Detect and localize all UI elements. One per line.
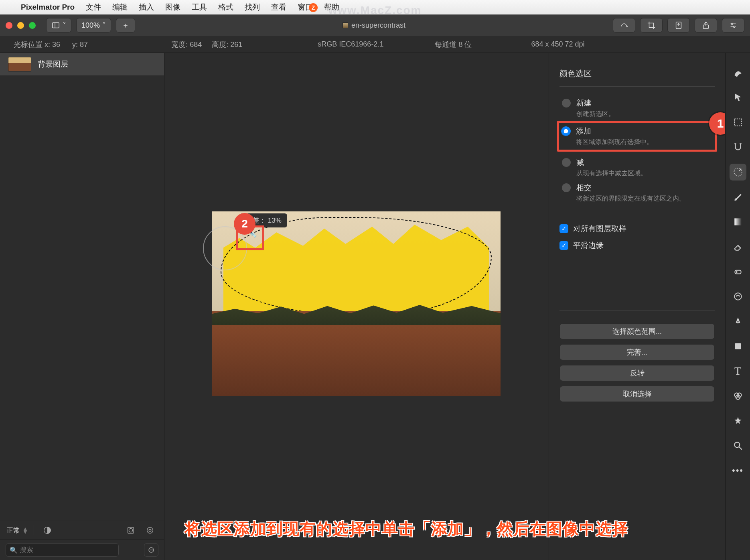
effects-tool-icon[interactable] bbox=[730, 412, 746, 429]
radio-icon-selected bbox=[561, 127, 570, 136]
sample-all-label: 对所有图层取样 bbox=[573, 223, 626, 234]
mode-int-desc: 将新选区的界限限定在现有选区之内。 bbox=[576, 195, 685, 203]
color-adjust-tool-icon[interactable] bbox=[730, 388, 746, 404]
sample-all-layers-checkbox[interactable]: ✓ 对所有图层取样 bbox=[559, 220, 715, 237]
tool-strip: T ••• bbox=[725, 53, 750, 560]
mode-add-desc: 将区域添加到现有选择中。 bbox=[576, 138, 653, 146]
select-color-range-button[interactable]: 选择颜色范围... bbox=[559, 323, 715, 339]
share-button[interactable] bbox=[695, 18, 717, 32]
zoom-dropdown[interactable]: 100% ˅ bbox=[76, 18, 111, 32]
macos-menubar: Pixelmator Pro 文件 编辑 插入 图像 工具 格式 找列 查看 窗… bbox=[0, 0, 750, 14]
menu-view[interactable]: 查看 bbox=[271, 2, 286, 12]
layers-panel: 背景图层 正常 ▲▼ 🔍 bbox=[0, 53, 164, 560]
deselect-button[interactable]: 取消选择 bbox=[559, 386, 715, 402]
dpi-value: 684 x 450 72 dpi bbox=[517, 40, 598, 49]
radio-icon bbox=[562, 158, 571, 167]
mode-sub-title: 减 bbox=[576, 157, 647, 168]
mode-new-title: 新建 bbox=[576, 98, 615, 108]
svg-rect-18 bbox=[734, 119, 741, 126]
mode-add-title: 添加 bbox=[576, 126, 653, 136]
warp-tool-icon[interactable] bbox=[730, 288, 746, 305]
document-icon bbox=[343, 22, 348, 28]
blend-mode-value: 正常 bbox=[6, 526, 20, 535]
menu-tools[interactable]: 工具 bbox=[192, 2, 207, 12]
mode-int-title: 相交 bbox=[576, 183, 685, 193]
crop-button[interactable] bbox=[640, 18, 663, 32]
chevron-down-icon: ˅ bbox=[63, 21, 66, 30]
repair-tool-icon[interactable] bbox=[730, 263, 746, 280]
layers-footer: 正常 ▲▼ bbox=[0, 521, 164, 540]
layers-search-row: 🔍 bbox=[0, 540, 164, 560]
menu-find[interactable]: 找列 bbox=[245, 2, 260, 12]
tool-options-panel: 颜色选区 新建 创建新选区。 添加 将区域添加到现有选择中。 减 从现有选择中减… bbox=[549, 53, 725, 560]
stepper-icon: ▲▼ bbox=[22, 527, 28, 534]
more-tools-icon[interactable]: ••• bbox=[730, 462, 746, 479]
menu-image[interactable]: 图像 bbox=[165, 2, 180, 12]
settings-button[interactable] bbox=[722, 18, 744, 32]
arrow-tool-icon[interactable] bbox=[730, 89, 746, 106]
smooth-edges-checkbox[interactable]: ✓ 平滑边缘 bbox=[559, 237, 715, 254]
height-value: 261 bbox=[230, 41, 242, 49]
svg-point-27 bbox=[737, 321, 738, 322]
paintbrush-tool-icon[interactable] bbox=[730, 189, 746, 205]
mask-icon[interactable] bbox=[123, 524, 138, 536]
fx-icon[interactable] bbox=[142, 524, 158, 536]
type-tool-icon[interactable]: T bbox=[730, 363, 746, 379]
cursor-y-label: y: bbox=[72, 41, 78, 49]
refine-button[interactable]: 完善... bbox=[559, 344, 715, 360]
minimize-window-button[interactable] bbox=[17, 22, 24, 29]
info-bar: 光标位置 x: 36 y: 87 宽度: 684 高度: 261 sRGB IE… bbox=[0, 36, 750, 53]
sidebar-layout-button[interactable]: ˅ bbox=[46, 18, 71, 32]
canvas-area[interactable]: 💉 公差： 13% 2 将选区添加到现有的选择中单击「添加」，然后在图像中选择 bbox=[164, 53, 549, 560]
tutorial-caption: 将选区添加到现有的选择中单击「添加」，然后在图像中选择 bbox=[184, 518, 749, 540]
app-name[interactable]: Pixelmator Pro bbox=[21, 3, 75, 12]
mode-sub-desc: 从现有选择中减去区域。 bbox=[576, 169, 647, 178]
blend-mode-dropdown[interactable]: 正常 ▲▼ bbox=[6, 526, 28, 535]
mode-new[interactable]: 新建 创建新选区。 bbox=[559, 94, 715, 119]
svg-point-10 bbox=[734, 26, 735, 28]
opacity-icon[interactable] bbox=[40, 524, 55, 536]
cursor-y-value: 87 bbox=[80, 41, 88, 49]
export-button[interactable] bbox=[667, 18, 690, 32]
radio-icon bbox=[562, 183, 571, 192]
maximize-window-button[interactable] bbox=[29, 22, 36, 29]
checkbox-icon-checked: ✓ bbox=[559, 241, 568, 250]
divider bbox=[559, 212, 715, 212]
layers-search-input[interactable] bbox=[6, 543, 119, 557]
svg-rect-2 bbox=[53, 23, 59, 28]
gradient-tool-icon[interactable] bbox=[730, 213, 746, 230]
layer-name: 背景图层 bbox=[38, 59, 68, 69]
divider bbox=[34, 525, 34, 536]
cursor-x-value: 36 bbox=[52, 41, 60, 49]
shape-tool-icon[interactable] bbox=[730, 338, 746, 355]
mode-add[interactable]: 添加 将区域添加到现有选择中。 bbox=[557, 121, 717, 152]
image-cliff-region bbox=[212, 311, 501, 396]
color-adjust-button[interactable] bbox=[613, 18, 635, 32]
channel-value: 每通道 8 位 bbox=[421, 40, 485, 49]
close-window-button[interactable] bbox=[6, 22, 12, 29]
zoom-value: 100% bbox=[81, 21, 100, 30]
smooth-edges-label: 平滑边缘 bbox=[573, 240, 604, 251]
filter-button[interactable] bbox=[144, 543, 158, 557]
document-title: en-supercontrast bbox=[351, 21, 405, 30]
panel-title: 颜色选区 bbox=[559, 63, 715, 87]
eraser-tool-icon[interactable] bbox=[730, 238, 746, 255]
styles-tool-icon[interactable] bbox=[730, 64, 746, 81]
menu-format[interactable]: 格式 bbox=[218, 2, 233, 12]
marquee-tool-icon[interactable] bbox=[730, 114, 746, 131]
zoom-tool-icon[interactable] bbox=[730, 437, 746, 454]
svg-line-33 bbox=[739, 447, 742, 450]
divider bbox=[559, 310, 715, 310]
pen-tool-icon[interactable] bbox=[730, 313, 746, 330]
layer-row[interactable]: 背景图层 bbox=[0, 53, 164, 75]
menu-edit[interactable]: 编辑 bbox=[112, 2, 128, 12]
tooltip-value: 13% bbox=[268, 217, 282, 224]
mode-subtract[interactable]: 减 从现有选择中减去区域。 bbox=[559, 153, 715, 179]
magnetic-tool-icon[interactable] bbox=[730, 139, 746, 156]
menu-file[interactable]: 文件 bbox=[86, 2, 101, 12]
color-select-tool-icon[interactable] bbox=[730, 164, 746, 181]
menu-insert[interactable]: 插入 bbox=[139, 2, 154, 12]
mode-intersect[interactable]: 相交 将新选区的界限限定在现有选区之内。 bbox=[559, 179, 715, 204]
invert-button[interactable]: 反转 bbox=[559, 365, 715, 381]
add-button[interactable]: ＋ bbox=[116, 18, 135, 32]
